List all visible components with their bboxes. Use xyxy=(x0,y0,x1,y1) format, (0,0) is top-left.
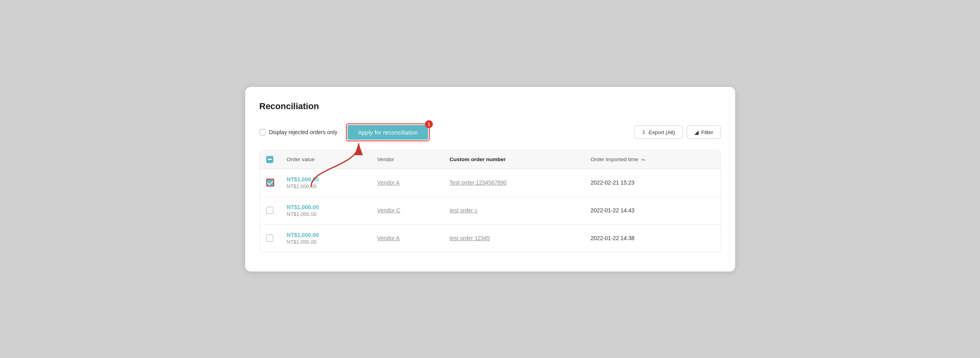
row-imported-time-2: 2022-01-22 14:43 xyxy=(584,196,721,224)
select-all-checkbox[interactable] xyxy=(266,156,273,163)
orders-table-wrap: Order value Vendor Custom order number O… xyxy=(259,150,721,252)
table-row: NT$1,000.00 NT$1,000.00 Vendor A test or… xyxy=(260,224,721,252)
row-checkbox-cell xyxy=(260,224,281,252)
toolbar: Display rejected orders only Apply for r… xyxy=(259,123,721,141)
row-checkbox-3[interactable] xyxy=(266,235,273,242)
row-custom-order-3: test order 12345 xyxy=(443,224,584,252)
th-custom-order-number: Custom order number xyxy=(443,150,584,169)
apply-reconciliation-button[interactable]: Apply for reconciliation xyxy=(348,125,428,140)
th-order-value: Order value xyxy=(281,150,371,169)
sort-icon[interactable]: ⇋ xyxy=(641,157,645,162)
apply-btn-wrapper: Apply for reconciliation 1 xyxy=(346,123,430,141)
row-custom-order-1: Test order 1234567890 xyxy=(443,169,584,196)
orders-table: Order value Vendor Custom order number O… xyxy=(260,150,721,252)
th-checkbox xyxy=(260,150,281,169)
export-icon: ⇩ xyxy=(642,129,646,135)
row-checkbox-cell xyxy=(260,196,281,224)
right-actions: ⇩ Export (All) ◢ Filter xyxy=(634,125,721,139)
display-rejected-checkbox[interactable] xyxy=(259,129,266,135)
page-title: Reconciliation xyxy=(259,101,721,112)
display-rejected-filter: Display rejected orders only xyxy=(259,129,338,135)
row-order-value-2: NT$1,000.00 NT$1,000.00 xyxy=(281,196,371,224)
apply-btn-badge: 1 xyxy=(425,120,433,128)
table-row: NT$1,000.00 NT$1,000.00 Vendor C test or… xyxy=(260,196,721,224)
row-checkbox-2[interactable] xyxy=(266,207,273,214)
row-order-value-1: NT$1,000.00 NT$1,000.00 xyxy=(281,169,371,196)
filter-icon: ◢ xyxy=(694,129,699,135)
row-vendor-2: Vendor C xyxy=(371,196,444,224)
table-header-row: Order value Vendor Custom order number O… xyxy=(260,150,721,169)
row-vendor-1: Vendor A xyxy=(371,169,444,196)
th-vendor: Vendor xyxy=(371,150,444,169)
row-order-value-3: NT$1,000.00 NT$1,000.00 xyxy=(281,224,371,252)
row-checkbox-1[interactable] xyxy=(266,179,274,187)
table-row: NT$1,000.00 NT$1,000.00 Vendor A Test or… xyxy=(260,169,721,196)
row-vendor-3: Vendor A xyxy=(371,224,444,252)
filter-button[interactable]: ◢ Filter xyxy=(687,125,721,139)
row-imported-time-3: 2022-01-22 14:38 xyxy=(584,224,721,252)
display-rejected-label: Display rejected orders only xyxy=(269,129,338,135)
th-order-imported-time: Order imported time ⇋ xyxy=(584,150,721,169)
filter-label: Filter xyxy=(701,129,713,135)
main-card: Reconciliation Display rejected orders o… xyxy=(245,87,735,271)
export-button[interactable]: ⇩ Export (All) xyxy=(634,125,683,139)
row-imported-time-1: 2022-02-21 15:23 xyxy=(584,169,721,196)
row-checkbox-cell xyxy=(260,169,281,196)
export-label: Export (All) xyxy=(649,129,675,135)
row-custom-order-2: test order c xyxy=(443,196,584,224)
